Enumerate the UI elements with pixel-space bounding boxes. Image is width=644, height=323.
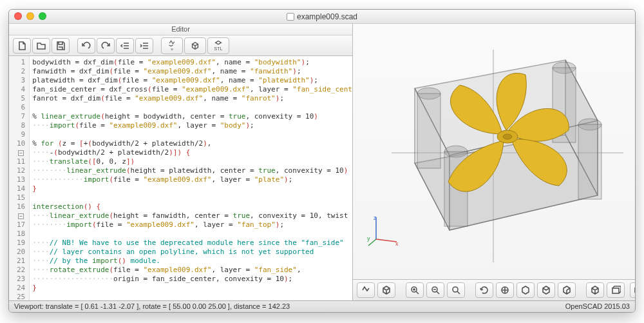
svg-point-16: [503, 134, 512, 139]
line-number[interactable]: 25: [12, 293, 25, 300]
code-line[interactable]: ····// layer contains an open polyline, …: [32, 248, 350, 257]
document-icon: [287, 13, 294, 21]
statusbar: Viewport: translate = [ 0.61 -1.31 -2.07…: [9, 300, 635, 312]
code-line[interactable]: bodywidth = dxf_dim(file = "example009.d…: [32, 58, 350, 67]
code-line[interactable]: ····import(file = "example009.dxf", laye…: [32, 121, 350, 130]
render-button[interactable]: [184, 37, 206, 54]
code-line[interactable]: [32, 230, 350, 239]
line-number[interactable]: 12: [12, 166, 25, 175]
code-line[interactable]: intersection() {: [32, 202, 350, 211]
open-button[interactable]: [32, 38, 50, 54]
titlebar[interactable]: example009.scad: [9, 10, 635, 24]
code-line[interactable]: [32, 293, 350, 300]
code-line[interactable]: platewidth = dxf_dim(file = "example009.…: [32, 76, 350, 85]
code-line[interactable]: % linear_extrude(height = bodywidth, cen…: [32, 112, 350, 121]
vp-preview-button[interactable]: [357, 282, 375, 298]
line-number[interactable]: 24: [12, 284, 25, 293]
line-number[interactable]: 3: [12, 76, 25, 85]
line-number[interactable]: 15: [12, 193, 25, 202]
export-stl-button[interactable]: STL: [207, 37, 229, 54]
window-title-text: example009.scad: [297, 12, 357, 21]
preview-button[interactable]: »: [161, 37, 183, 54]
code-editor[interactable]: 12345678910−111213141516−171819202122232…: [9, 56, 352, 300]
window-title: example009.scad: [287, 12, 357, 21]
line-number[interactable]: 18: [12, 230, 25, 239]
line-number[interactable]: 4: [12, 85, 25, 94]
code-line[interactable]: % for (z = [+(bodywidth/2 + platewidth/2…: [32, 139, 350, 148]
code-line[interactable]: ····linear_extrude(height = fanwidth, ce…: [32, 211, 350, 220]
window-close-button[interactable]: [14, 12, 22, 20]
code-line[interactable]: fanwidth = dxf_dim(file = "example009.dx…: [32, 67, 350, 76]
orthogonal-button[interactable]: [607, 282, 625, 298]
code-line[interactable]: ····rotate_extrude(file = "example009.dx…: [32, 266, 350, 275]
code-line[interactable]: [32, 103, 350, 112]
line-number[interactable]: 16: [12, 202, 25, 211]
code-line[interactable]: ····// NB! We have to use the deprecated…: [32, 239, 350, 248]
line-number[interactable]: 2: [12, 67, 25, 76]
line-number[interactable]: −11: [12, 148, 25, 166]
view-front-button[interactable]: [516, 282, 535, 298]
svg-rect-27: [612, 288, 619, 293]
line-number[interactable]: 14: [12, 184, 25, 193]
show-axes-button[interactable]: [496, 282, 514, 298]
line-number[interactable]: 20: [12, 248, 25, 257]
line-number[interactable]: 10: [12, 139, 25, 148]
stl-label: STL: [214, 46, 223, 51]
svg-rect-8: [417, 93, 440, 168]
zoom-fit-button[interactable]: [447, 282, 465, 298]
code-line[interactable]: ········import(file = "example009.dxf", …: [32, 220, 350, 230]
code-line[interactable]: ···················origin = fan_side_cen…: [32, 275, 350, 284]
code-line[interactable]: ····translate([0, 0, z]): [32, 157, 350, 166]
unindent-button[interactable]: [116, 38, 134, 54]
code-line[interactable]: ····-(bodywidth/2 + platewidth/2)]) {: [32, 148, 350, 157]
line-number[interactable]: 19: [12, 239, 25, 248]
code-line[interactable]: ············import(file = "example009.dx…: [32, 175, 350, 184]
svg-point-25: [453, 287, 458, 292]
zoom-in-button[interactable]: [406, 282, 424, 298]
line-number[interactable]: 7: [12, 112, 25, 121]
code-line[interactable]: ········linear_extrude(height = platewid…: [32, 166, 350, 175]
3d-viewport[interactable]: z y x: [353, 24, 636, 279]
line-number[interactable]: 9: [12, 130, 25, 139]
perspective-button[interactable]: [586, 282, 604, 298]
indent-button[interactable]: [135, 38, 153, 54]
line-number[interactable]: 21: [12, 257, 25, 266]
more-button[interactable]: [630, 282, 636, 298]
viewer-pane: z y x: [353, 24, 636, 300]
line-number[interactable]: 23: [12, 275, 25, 284]
zoom-out-button[interactable]: [426, 282, 444, 298]
view-top-button[interactable]: [537, 282, 555, 298]
new-button[interactable]: [13, 38, 31, 54]
code-line[interactable]: [32, 130, 350, 139]
version-label: OpenSCAD 2015.03: [565, 301, 630, 312]
code-line[interactable]: }: [32, 284, 350, 293]
line-number[interactable]: 8: [12, 121, 25, 130]
code-line[interactable]: [32, 193, 350, 202]
view-right-button[interactable]: [558, 282, 576, 298]
vp-render-button[interactable]: [377, 282, 395, 298]
code-area[interactable]: bodywidth = dxf_dim(file = "example009.d…: [30, 56, 352, 300]
window-minimize-button[interactable]: [26, 12, 34, 20]
code-line[interactable]: ····// by the import() module.: [32, 257, 350, 266]
line-number[interactable]: 5: [12, 94, 25, 103]
line-gutter[interactable]: 12345678910−111213141516−171819202122232…: [9, 56, 30, 300]
line-number[interactable]: 6: [12, 103, 25, 112]
reset-view-button[interactable]: [475, 282, 493, 298]
undo-button[interactable]: [77, 38, 95, 54]
line-number[interactable]: 1: [12, 58, 25, 67]
svg-rect-14: [578, 124, 601, 199]
line-number[interactable]: 22: [12, 266, 25, 275]
svg-text:x: x: [395, 240, 399, 247]
app-window: example009.scad Editor » STL 12345678: [8, 9, 636, 313]
code-line[interactable]: fan_side_center = dxf_cross(file = "exam…: [32, 85, 350, 94]
code-line[interactable]: }: [32, 184, 350, 193]
viewport-status: Viewport: translate = [ 0.61 -1.31 -2.07…: [14, 301, 290, 312]
editor-pane: Editor » STL 12345678910−111213141516−17…: [9, 24, 353, 300]
save-button[interactable]: [52, 38, 70, 54]
redo-button[interactable]: [97, 38, 115, 54]
editor-header: Editor: [9, 24, 352, 35]
line-number[interactable]: −17: [12, 211, 25, 230]
code-line[interactable]: fanrot = dxf_dim(file = "example009.dxf"…: [32, 94, 350, 103]
line-number[interactable]: 13: [12, 175, 25, 184]
window-zoom-button[interactable]: [39, 12, 46, 20]
